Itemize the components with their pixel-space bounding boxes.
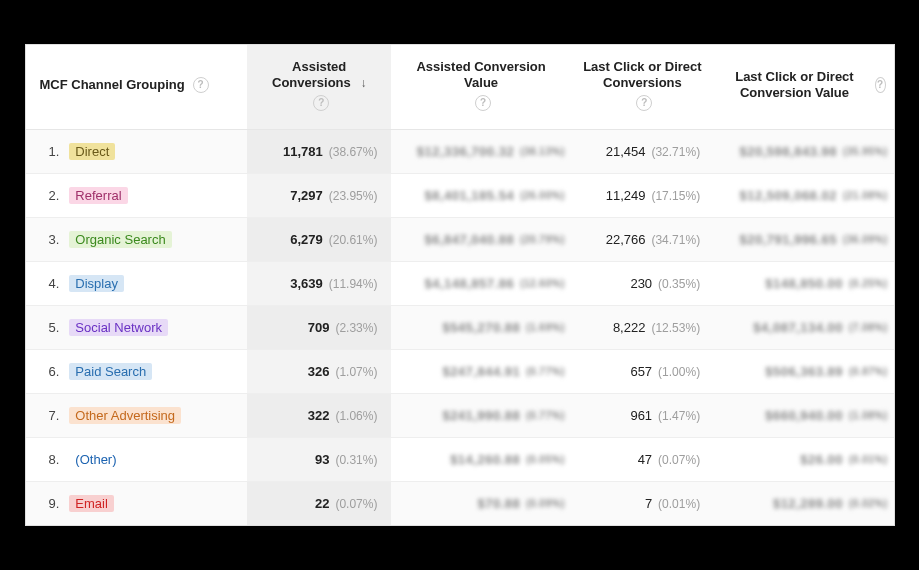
row-last: 11,249(17.15%) [571, 173, 714, 217]
help-icon[interactable]: ? [313, 95, 329, 111]
row-channel[interactable]: Display [61, 261, 247, 305]
row-acv-obscured: $241,990.88(0.77%) [391, 393, 570, 437]
row-assisted: 322(1.06%) [247, 393, 391, 437]
channel-badge: Paid Search [69, 363, 152, 380]
col-header-lcv-label: Last Click or Direct Conversion Value [722, 69, 867, 100]
row-rank: 9. [26, 481, 62, 525]
row-lcv-obscured: $12,509,068.02(21.08%) [714, 173, 893, 217]
channel-badge: (Other) [69, 451, 122, 468]
row-last: 657(1.00%) [571, 349, 714, 393]
table-row[interactable]: 8.(Other)93(0.31%)$14,260.88(0.05%)47(0.… [26, 437, 894, 481]
row-assisted: 93(0.31%) [247, 437, 391, 481]
table-row[interactable]: 6.Paid Search326(1.07%)$247,844.91(0.77%… [26, 349, 894, 393]
mcf-report-panel: MCF Channel Grouping ? Assisted Conversi… [25, 44, 895, 525]
mcf-table: MCF Channel Grouping ? Assisted Conversi… [26, 45, 894, 524]
row-rank: 8. [26, 437, 62, 481]
row-acv-obscured: $70.88(0.09%) [391, 481, 570, 525]
channel-badge: Other Advertising [69, 407, 181, 424]
table-row[interactable]: 3.Organic Search6,279(20.61%)$6,847,040.… [26, 217, 894, 261]
row-lcv-obscured: $20,598,843.98(35.95%) [714, 129, 893, 173]
row-acv-obscured: $545,270.88(1.69%) [391, 305, 570, 349]
table-row[interactable]: 9.Email22(0.07%)$70.88(0.09%)7(0.01%)$12… [26, 481, 894, 525]
row-rank: 2. [26, 173, 62, 217]
row-last: 22,766(34.71%) [571, 217, 714, 261]
row-assisted: 22(0.07%) [247, 481, 391, 525]
row-acv-obscured: $14,260.88(0.05%) [391, 437, 570, 481]
col-header-last[interactable]: Last Click or Direct Conversions ? [571, 45, 714, 129]
table-row[interactable]: 1.Direct11,781(38.67%)$12,336,700.32(38.… [26, 129, 894, 173]
row-lcv-obscured: $506,363.89(0.87%) [714, 349, 893, 393]
col-header-assisted-label: Assisted Conversions [272, 59, 351, 90]
col-header-assisted[interactable]: Assisted Conversions ↓ ? [247, 45, 391, 129]
help-icon[interactable]: ? [875, 77, 886, 93]
row-rank: 6. [26, 349, 62, 393]
table-row[interactable]: 7.Other Advertising322(1.06%)$241,990.88… [26, 393, 894, 437]
row-assisted: 7,297(23.95%) [247, 173, 391, 217]
channel-badge: Email [69, 495, 114, 512]
row-channel[interactable]: Referral [61, 173, 247, 217]
row-channel[interactable]: Paid Search [61, 349, 247, 393]
row-lcv-obscured: $20,791,996.65(36.09%) [714, 217, 893, 261]
row-acv-obscured: $8,401,185.54(26.00%) [391, 173, 570, 217]
row-channel[interactable]: Other Advertising [61, 393, 247, 437]
row-rank: 1. [26, 129, 62, 173]
row-acv-obscured: $12,336,700.32(38.13%) [391, 129, 570, 173]
row-lcv-obscured: $4,087,134.00(7.08%) [714, 305, 893, 349]
col-header-channel-label: MCF Channel Grouping [40, 77, 185, 93]
row-lcv-obscured: $26.00(0.01%) [714, 437, 893, 481]
row-acv-obscured: $6,847,040.88(20.79%) [391, 217, 570, 261]
row-rank: 7. [26, 393, 62, 437]
channel-badge: Organic Search [69, 231, 171, 248]
row-rank: 3. [26, 217, 62, 261]
row-channel[interactable]: Organic Search [61, 217, 247, 261]
row-acv-obscured: $247,844.91(0.77%) [391, 349, 570, 393]
sort-desc-icon: ↓ [360, 76, 366, 90]
channel-badge: Display [69, 275, 124, 292]
row-assisted: 6,279(20.61%) [247, 217, 391, 261]
row-assisted: 11,781(38.67%) [247, 129, 391, 173]
row-lcv-obscured: $148,850.00(0.25%) [714, 261, 893, 305]
table-row[interactable]: 4.Display3,639(11.94%)$4,148,857.86(12.6… [26, 261, 894, 305]
row-last: 961(1.47%) [571, 393, 714, 437]
table-row[interactable]: 2.Referral7,297(23.95%)$8,401,185.54(26.… [26, 173, 894, 217]
row-rank: 4. [26, 261, 62, 305]
row-last: 230(0.35%) [571, 261, 714, 305]
col-header-lcv[interactable]: Last Click or Direct Conversion Value ? [714, 45, 893, 129]
row-last: 8,222(12.53%) [571, 305, 714, 349]
help-icon[interactable]: ? [475, 95, 491, 111]
table-row[interactable]: 5.Social Network709(2.33%)$545,270.88(1.… [26, 305, 894, 349]
help-icon[interactable]: ? [193, 77, 209, 93]
row-assisted: 709(2.33%) [247, 305, 391, 349]
row-channel[interactable]: Email [61, 481, 247, 525]
row-assisted: 326(1.07%) [247, 349, 391, 393]
row-channel[interactable]: (Other) [61, 437, 247, 481]
channel-badge: Direct [69, 143, 115, 160]
channel-badge: Referral [69, 187, 127, 204]
row-rank: 5. [26, 305, 62, 349]
row-assisted: 3,639(11.94%) [247, 261, 391, 305]
table-header-row: MCF Channel Grouping ? Assisted Conversi… [26, 45, 894, 129]
col-header-channel[interactable]: MCF Channel Grouping ? [26, 45, 247, 129]
channel-badge: Social Network [69, 319, 168, 336]
row-acv-obscured: $4,148,857.86(12.60%) [391, 261, 570, 305]
row-last: 47(0.07%) [571, 437, 714, 481]
row-lcv-obscured: $12,289.00(0.02%) [714, 481, 893, 525]
col-header-acv[interactable]: Assisted Conversion Value ? [391, 45, 570, 129]
row-lcv-obscured: $660,940.00(1.08%) [714, 393, 893, 437]
col-header-last-label: Last Click or Direct Conversions [579, 59, 706, 90]
help-icon[interactable]: ? [636, 95, 652, 111]
row-last: 7(0.01%) [571, 481, 714, 525]
row-channel[interactable]: Direct [61, 129, 247, 173]
row-channel[interactable]: Social Network [61, 305, 247, 349]
col-header-acv-label: Assisted Conversion Value [399, 59, 562, 90]
row-last: 21,454(32.71%) [571, 129, 714, 173]
